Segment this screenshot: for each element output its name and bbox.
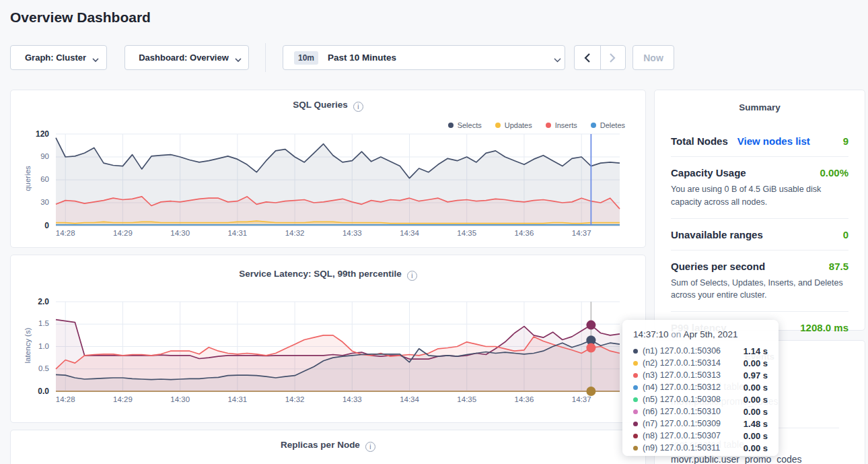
summary-row-0: Total NodesView nodes list9 <box>671 125 848 157</box>
node-color-dot-icon <box>633 446 638 451</box>
legend-item-selects[interactable]: Selects <box>448 121 482 129</box>
sql-queries-legend: SelectsUpdatesInsertsDeletes <box>448 121 625 129</box>
x-axis-tick: 14:28 <box>56 229 75 237</box>
x-axis-tick: 14:33 <box>342 395 362 403</box>
x-axis-tick: 14:29 <box>113 229 133 237</box>
summary-panel: Summary Total NodesView nodes list9Capac… <box>654 90 865 331</box>
tooltip-node-row: (n3) 127.0.0.1:503130.97 s <box>633 369 768 381</box>
legend-item-inserts[interactable]: Inserts <box>546 121 577 129</box>
info-icon[interactable]: i <box>407 271 417 281</box>
graph-dropdown[interactable]: Graph: Cluster <box>10 45 107 70</box>
sql-queries-panel: SQL Queriesi SelectsUpdatesInsertsDelete… <box>10 90 646 248</box>
time-range-label: Past 10 Minutes <box>328 53 396 63</box>
tooltip-node-row: (n7) 127.0.0.1:503091.48 s <box>633 418 768 430</box>
tooltip-node-value: 0.00 s <box>744 383 768 393</box>
y-axis-tick: 0.0 <box>20 387 49 396</box>
summary-row-description: Sum of Selects, Updates, Inserts, and De… <box>671 277 848 302</box>
time-range-selector[interactable]: 10m Past 10 Minutes <box>283 45 565 70</box>
service-latency-panel: Service Latency: SQL, 99th percentilei l… <box>10 255 646 423</box>
chevron-left-icon <box>584 53 590 63</box>
replicas-per-node-panel: Replicas per Nodei <box>10 430 646 464</box>
summary-row-value: 1208.0 ms <box>800 322 848 333</box>
x-axis-tick: 14:30 <box>170 395 190 403</box>
time-range-badge: 10m <box>294 51 318 65</box>
legend-label: Updates <box>505 121 532 129</box>
next-time-button[interactable] <box>600 46 626 69</box>
tooltip-node-label: (n9) 127.0.0.1:50311 <box>643 443 720 453</box>
tooltip-node-label: (n3) 127.0.0.1:50313 <box>643 370 721 380</box>
tooltip-node-row: (n2) 127.0.0.1:503140.00 s <box>633 357 768 369</box>
y-axis-tick: 120 <box>20 129 49 139</box>
tooltip-node-row: (n8) 127.0.0.1:503070.00 s <box>633 430 768 442</box>
node-color-dot-icon <box>633 397 638 402</box>
page-title: Overview Dashboard <box>10 9 151 26</box>
tooltip-node-row: (n1) 127.0.0.1:503061.14 s <box>633 345 768 357</box>
time-step-buttons <box>574 45 626 70</box>
tooltip-timestamp: 14:37:10 on Apr 5th, 2021 <box>633 329 768 339</box>
legend-label: Deletes <box>600 121 625 129</box>
node-color-dot-icon <box>633 422 638 426</box>
x-axis-tick: 14:33 <box>342 229 362 237</box>
previous-time-button[interactable] <box>575 46 600 69</box>
node-color-dot-icon <box>633 434 638 438</box>
y-axis-tick: 0 <box>20 221 49 230</box>
tooltip-node-label: (n6) 127.0.0.1:50310 <box>643 407 721 416</box>
summary-row-3: Queries per second87.5Sum of Selects, Up… <box>671 251 848 312</box>
x-axis-tick: 14:36 <box>515 229 534 237</box>
node-color-dot-icon <box>633 361 638 366</box>
x-axis-tick: 14:31 <box>227 395 247 403</box>
legend-dot-icon <box>495 123 501 128</box>
summary-row-value: 0 <box>843 229 848 240</box>
x-axis-tick: 14:29 <box>113 395 133 403</box>
view-nodes-list-link[interactable]: View nodes list <box>737 135 810 147</box>
tooltip-node-label: (n2) 127.0.0.1:50314 <box>643 358 721 368</box>
tooltip-node-label: (n5) 127.0.0.1:50308 <box>643 395 721 404</box>
node-color-dot-icon <box>633 409 638 414</box>
legend-label: Inserts <box>555 121 577 129</box>
x-axis-tick: 14:32 <box>285 229 305 237</box>
x-axis-tick: 14:35 <box>457 229 476 237</box>
tooltip-node-label: (n1) 127.0.0.1:50306 <box>643 346 721 356</box>
legend-item-updates[interactable]: Updates <box>495 121 532 129</box>
info-icon[interactable]: i <box>365 442 375 452</box>
sql-chart-plot[interactable] <box>56 134 620 226</box>
y-axis-tick: 1.0 <box>20 342 49 350</box>
y-axis-tick: 0.5 <box>20 364 49 372</box>
info-icon[interactable]: i <box>353 102 363 112</box>
tooltip-node-label: (n4) 127.0.0.1:50312 <box>643 383 721 392</box>
service-latency-title: Service Latency: SQL, 99th percentilei <box>11 269 645 281</box>
tooltip-node-value: 1.48 s <box>744 419 768 429</box>
tooltip-node-row: (n5) 127.0.0.1:503080.00 s <box>633 393 768 405</box>
overview-dashboard-page: Overview Dashboard Graph: Cluster Dashbo… <box>0 0 868 464</box>
chevron-right-icon <box>610 53 616 63</box>
tooltip-node-value: 0.00 s <box>744 395 768 405</box>
legend-item-deletes[interactable]: Deletes <box>591 121 625 129</box>
tooltip-node-row: (n6) 127.0.0.1:503100.00 s <box>633 405 768 418</box>
node-color-dot-icon <box>633 349 638 354</box>
summary-row-1: Capacity Usage0.00%You are using 0 B of … <box>671 157 848 219</box>
now-button[interactable]: Now <box>632 45 674 70</box>
y-axis-tick: 1.5 <box>20 319 49 327</box>
tooltip-node-label: (n8) 127.0.0.1:50307 <box>643 431 721 440</box>
y-axis-tick: 90 <box>20 152 49 160</box>
tooltip-node-value: 1.14 s <box>744 346 768 356</box>
latency-chart-plot[interactable] <box>56 302 620 391</box>
summary-row-value: 0.00% <box>820 167 848 178</box>
tooltip-node-value: 0.97 s <box>744 370 768 380</box>
replicas-per-node-title: Replicas per Nodei <box>11 440 645 452</box>
tooltip-node-value: 0.00 s <box>744 431 768 441</box>
x-axis-tick: 14:35 <box>457 395 476 403</box>
now-button-label: Now <box>643 53 663 63</box>
summary-row-2: Unavailable ranges0 <box>671 219 848 251</box>
x-axis-tick: 14:36 <box>515 395 534 403</box>
summary-row-label: Total Nodes <box>671 135 728 147</box>
tooltip-node-value: 0.00 s <box>744 443 768 453</box>
summary-row-label: Capacity Usage <box>671 167 746 178</box>
legend-dot-icon <box>591 123 596 128</box>
x-axis-tick: 14:34 <box>400 395 419 403</box>
tooltip-node-label: (n7) 127.0.0.1:50309 <box>643 419 721 428</box>
summary-row-label: Queries per second <box>671 261 765 272</box>
dashboard-dropdown[interactable]: Dashboard: Overview <box>124 45 249 70</box>
tooltip-node-value: 0.00 s <box>744 407 768 417</box>
summary-row-value: 9 <box>843 135 848 147</box>
